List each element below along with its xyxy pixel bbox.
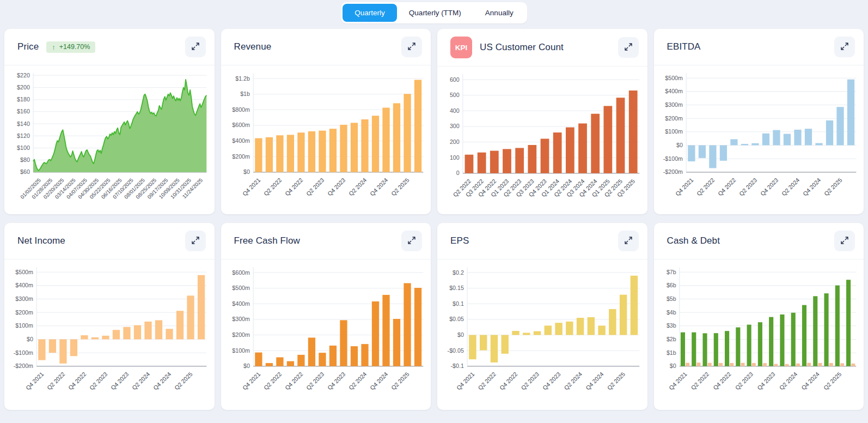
card-price: Price ↑+149.70% $220$200$180$160$140$120… bbox=[4, 29, 215, 214]
svg-text:$180: $180 bbox=[17, 96, 30, 102]
svg-text:Q2 2024: Q2 2024 bbox=[778, 371, 798, 391]
svg-text:$400m: $400m bbox=[665, 88, 683, 94]
card-free-cash-flow: Free Cash Flow $600m$500m$400m$300m$200m… bbox=[221, 223, 431, 410]
svg-text:$400m: $400m bbox=[15, 282, 33, 288]
svg-text:Q2 2024: Q2 2024 bbox=[780, 177, 800, 197]
card-customer-header: KPI US Customer Count bbox=[437, 29, 647, 67]
svg-text:-$100m: -$100m bbox=[14, 349, 33, 356]
svg-text:Q2 2025: Q2 2025 bbox=[390, 371, 411, 391]
svg-text:$0: $0 bbox=[243, 168, 250, 175]
svg-text:Q4 2023: Q4 2023 bbox=[326, 371, 346, 391]
expand-button[interactable] bbox=[185, 231, 206, 251]
svg-text:Q2 2024: Q2 2024 bbox=[563, 371, 584, 391]
svg-text:Q4 2023: Q4 2023 bbox=[109, 371, 130, 391]
svg-text:Q4 2024: Q4 2024 bbox=[368, 371, 389, 391]
kpi-badge: KPI bbox=[450, 37, 472, 58]
svg-text:$0.15: $0.15 bbox=[449, 285, 464, 291]
svg-text:$60: $60 bbox=[20, 168, 30, 175]
chart-svg: $500m$400m$300m$200m$100m$0-$100m-$200mQ… bbox=[655, 68, 862, 214]
expand-icon bbox=[407, 236, 416, 246]
customer-count-chart: 6005004003002001000Q2 2022Q3 2022Q4 2022… bbox=[437, 67, 647, 214]
expand-button[interactable] bbox=[834, 231, 855, 251]
svg-text:$0.05: $0.05 bbox=[449, 316, 464, 322]
svg-text:$200: $200 bbox=[17, 84, 30, 90]
svg-text:$120: $120 bbox=[17, 132, 30, 139]
expand-button[interactable] bbox=[834, 37, 855, 57]
tab-quarterly-ttm[interactable]: Quarterly (TTM) bbox=[397, 4, 473, 22]
svg-text:Q4 2022: Q4 2022 bbox=[283, 177, 304, 197]
svg-text:Q4 2024: Q4 2024 bbox=[800, 371, 821, 391]
svg-text:300: 300 bbox=[450, 123, 460, 129]
svg-text:$500m: $500m bbox=[665, 75, 683, 81]
expand-button[interactable] bbox=[401, 37, 422, 57]
card-cash-debt-header: Cash & Debt bbox=[654, 223, 864, 259]
svg-text:Q4 2023: Q4 2023 bbox=[759, 177, 779, 197]
svg-text:$100m: $100m bbox=[15, 322, 33, 329]
svg-text:$600m: $600m bbox=[232, 269, 250, 276]
svg-text:-$0.05: -$0.05 bbox=[448, 347, 464, 354]
svg-text:$80: $80 bbox=[20, 156, 30, 163]
svg-text:$200m: $200m bbox=[232, 331, 250, 338]
svg-text:Q2 2024: Q2 2024 bbox=[347, 371, 368, 391]
expand-icon bbox=[624, 236, 633, 246]
svg-text:$300m: $300m bbox=[15, 295, 33, 302]
chart-svg: $220$200$180$160$140$120$100$80$6001/02/… bbox=[5, 68, 212, 214]
svg-text:Q2 2023: Q2 2023 bbox=[304, 371, 325, 391]
card-revenue-header: Revenue bbox=[221, 29, 431, 65]
svg-text:Q2 2024: Q2 2024 bbox=[347, 177, 368, 197]
chart-svg: $500m$400m$300m$200m$100m$0-$100m-$200mQ… bbox=[5, 262, 212, 410]
period-toggle-bar: Quarterly Quarterly (TTM) Annually bbox=[0, 0, 868, 23]
svg-text:Q2 2025: Q2 2025 bbox=[606, 371, 627, 391]
expand-icon bbox=[191, 42, 200, 52]
svg-text:Q4 2023: Q4 2023 bbox=[541, 371, 562, 391]
svg-text:Q4 2024: Q4 2024 bbox=[801, 177, 822, 197]
svg-text:Q2 2025: Q2 2025 bbox=[390, 177, 411, 197]
svg-text:600: 600 bbox=[450, 76, 460, 83]
svg-text:Q4 2022: Q4 2022 bbox=[283, 371, 304, 391]
expand-button[interactable] bbox=[618, 231, 639, 251]
svg-text:Q4 2023: Q4 2023 bbox=[756, 371, 777, 391]
svg-text:$500m: $500m bbox=[232, 285, 250, 291]
svg-text:$2b: $2b bbox=[666, 336, 676, 342]
card-title: Net Income bbox=[17, 235, 65, 246]
expand-button[interactable] bbox=[401, 231, 422, 251]
card-title: Free Cash Flow bbox=[234, 235, 300, 246]
svg-text:$3b: $3b bbox=[666, 322, 676, 329]
svg-text:Q4 2023: Q4 2023 bbox=[326, 177, 346, 197]
eps-chart: $0.2$0.15$0.1$0.05$0-$0.05-$0.1Q4 2021Q2… bbox=[437, 259, 647, 410]
svg-text:$200m: $200m bbox=[665, 115, 683, 122]
card-eps-header: EPS bbox=[437, 223, 647, 259]
svg-text:Q2 2022: Q2 2022 bbox=[476, 371, 497, 391]
svg-text:Q4 2022: Q4 2022 bbox=[716, 177, 737, 197]
svg-text:$4b: $4b bbox=[666, 309, 676, 316]
svg-text:$400m: $400m bbox=[232, 300, 250, 307]
card-fcf-header: Free Cash Flow bbox=[221, 223, 431, 259]
expand-button[interactable] bbox=[185, 37, 206, 57]
svg-text:Q2 2022: Q2 2022 bbox=[46, 371, 66, 391]
card-us-customer-count: KPI US Customer Count 600500400300200100… bbox=[437, 29, 647, 214]
svg-text:Q2 2025: Q2 2025 bbox=[822, 371, 842, 391]
svg-text:Q4 2024: Q4 2024 bbox=[368, 177, 389, 197]
card-ebitda-header: EBITDA bbox=[654, 29, 864, 65]
card-price-header: Price ↑+149.70% bbox=[4, 29, 215, 65]
expand-icon bbox=[840, 42, 849, 52]
svg-text:Q2 2023: Q2 2023 bbox=[88, 371, 109, 391]
svg-text:$7b: $7b bbox=[666, 269, 676, 275]
svg-text:$1.2b: $1.2b bbox=[235, 75, 250, 82]
free-cash-flow-chart: $600m$500m$400m$300m$200m$100m$0Q4 2021Q… bbox=[221, 259, 431, 410]
tab-quarterly[interactable]: Quarterly bbox=[343, 4, 397, 22]
card-cash-and-debt: Cash & Debt $7b$6b$5b$4b$3b$2b$1b$0Q4 20… bbox=[654, 223, 864, 410]
tab-annually[interactable]: Annually bbox=[473, 4, 525, 22]
chart-svg: 6005004003002001000Q2 2022Q3 2022Q4 2022… bbox=[438, 69, 645, 214]
expand-button[interactable] bbox=[618, 37, 639, 58]
svg-text:400: 400 bbox=[450, 107, 460, 114]
svg-text:Q4 2024: Q4 2024 bbox=[584, 371, 605, 391]
svg-text:Q2 2025: Q2 2025 bbox=[823, 177, 843, 197]
svg-text:Q2 2023: Q2 2023 bbox=[737, 177, 758, 197]
svg-text:$1b: $1b bbox=[666, 349, 676, 356]
svg-text:$6b: $6b bbox=[666, 282, 676, 288]
svg-text:$0: $0 bbox=[457, 331, 464, 338]
svg-text:200: 200 bbox=[450, 138, 460, 145]
expand-icon bbox=[407, 42, 416, 52]
svg-text:$0: $0 bbox=[243, 362, 250, 369]
